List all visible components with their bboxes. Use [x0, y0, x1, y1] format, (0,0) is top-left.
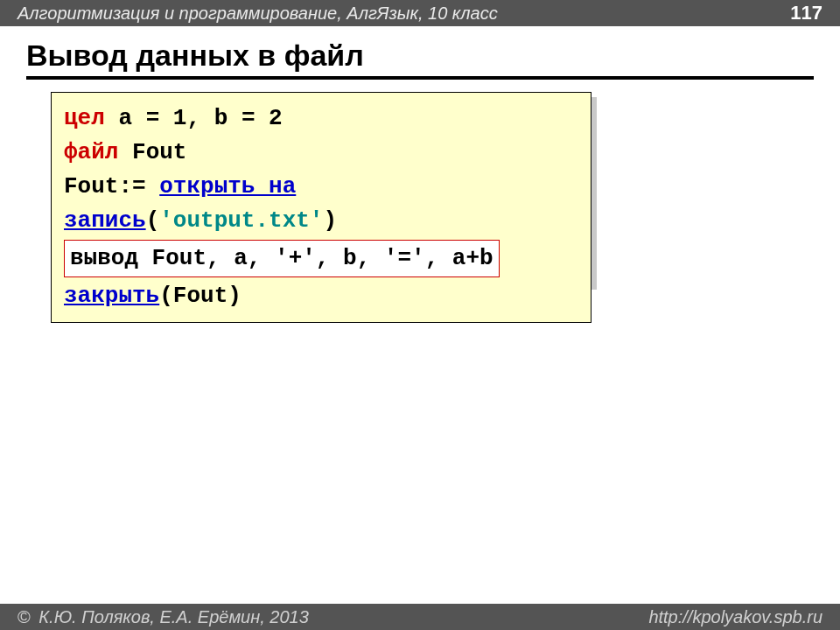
- string-literal: 'output.txt': [159, 207, 323, 234]
- code-text: Fout: [118, 139, 186, 165]
- code-text: , b: [186, 105, 228, 131]
- code-text: a: [105, 105, 132, 131]
- code-box: цел a = 1, b = 2 файл Fout Fout:= открыт…: [51, 92, 592, 323]
- code-text: =: [242, 105, 256, 131]
- code-text: 2: [269, 105, 283, 131]
- code-text: (Fout): [159, 283, 242, 309]
- copyright-text: К.Ю. Поляков, Е.А. Ерёмин, 2013: [38, 607, 309, 626]
- code-line-3: Fout:= открыть на запись('output.txt'): [64, 170, 578, 238]
- copyright: © К.Ю. Поляков, Е.А. Ерёмин, 2013: [18, 607, 309, 627]
- code-text: 1: [173, 105, 187, 131]
- keyword-type: файл: [64, 139, 118, 165]
- breadcrumb: Алгоритмизация и программирование, АлгЯз…: [18, 4, 498, 24]
- code-text: =: [146, 105, 160, 131]
- highlighted-code: вывод Fout, a, '+', b, '=', a+b: [64, 240, 500, 277]
- code-text: ): [323, 207, 337, 234]
- keyword-func: закрыть: [64, 283, 159, 309]
- code-box-wrapper: цел a = 1, b = 2 файл Fout Fout:= открыт…: [51, 92, 814, 323]
- content: Вывод данных в файл цел a = 1, b = 2 фай…: [0, 26, 840, 323]
- copyright-symbol: ©: [18, 607, 31, 626]
- page-title: Вывод данных в файл: [26, 38, 814, 80]
- code-line-4: вывод Fout, a, '+', b, '=', a+b: [64, 238, 578, 279]
- keyword-type: цел: [64, 105, 105, 131]
- code-line-1: цел a = 1, b = 2: [64, 102, 578, 136]
- page-number: 117: [790, 2, 822, 24]
- code-text: (: [146, 207, 160, 234]
- code-text: Fout:=: [64, 173, 146, 200]
- code-line-2: файл Fout: [64, 136, 578, 170]
- footer-bar: © К.Ю. Поляков, Е.А. Ерёмин, 2013 http:/…: [0, 604, 840, 630]
- header-bar: Алгоритмизация и программирование, АлгЯз…: [0, 0, 840, 26]
- code-line-5: закрыть(Fout): [64, 279, 578, 313]
- footer-url: http://kpolyakov.spb.ru: [648, 607, 822, 627]
